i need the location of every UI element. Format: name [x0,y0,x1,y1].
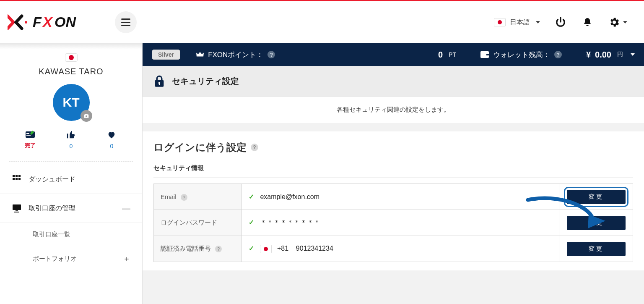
thumb-up-icon [66,130,75,139]
id-card-icon [25,130,35,139]
wallet-section: ウォレット残高： ? [480,50,562,60]
header: F X ON 日本語 [0,1,644,43]
svg-rect-14 [13,204,21,210]
change-password-button[interactable]: 変更 [567,216,626,230]
brand-logo[interactable]: F X ON [8,13,104,31]
help-icon[interactable]: ? [554,51,562,58]
svg-text:F: F [33,14,42,30]
help-icon[interactable]: ? [181,194,187,201]
plus-icon: ＋ [123,254,130,264]
wallet-label: ウォレット残高： [493,50,550,60]
wallet-icon [480,51,489,58]
language-label: 日本語 [510,18,530,27]
user-country-badge [65,53,78,62]
row-email: Email ? ✓ example@fxon.com 変更 [154,184,633,210]
help-icon[interactable]: ? [267,51,275,58]
favorites-stat[interactable]: 0 [91,130,132,149]
japan-flag-icon [260,245,272,253]
hamburger-icon [121,18,130,26]
points-value: 0 [438,50,443,60]
likes-count: 0 [70,143,73,149]
row-email-value: ✓ example@fxon.com [242,184,559,210]
check-icon: ✓ [249,193,254,200]
section-login-settings-title: ログインに伴う設定 [153,141,247,154]
collapse-icon: — [122,204,130,213]
help-icon[interactable]: ? [251,144,258,151]
row-phone-label: 認証済み電話番号 ? [154,236,242,262]
lock-icon [153,75,165,87]
monitor-icon [12,203,22,213]
row-phone: 認証済み電話番号 ? ✓ +81 9012341234 変 [154,236,633,262]
japan-flag-icon [494,18,506,26]
page-header: セキュリティ設定 [143,66,644,97]
bell-icon [582,17,592,28]
change-phone-button[interactable]: 変更 [567,242,626,256]
wallet-value: 0.00 [595,50,611,60]
nav-portfolio-label: ポートフォリオ [33,255,77,263]
svg-rect-13 [18,178,21,180]
row-phone-value: ✓ +81 9012341234 [242,236,559,262]
crown-icon [196,51,204,58]
points-section: FXONポイント： ? [196,50,275,60]
change-email-button[interactable]: 変更 [567,190,626,204]
svg-rect-12 [16,178,18,180]
svg-rect-11 [13,178,15,180]
check-icon: ✓ [249,219,254,226]
favorites-count: 0 [110,143,114,149]
user-name: KAWASE TARO [8,67,135,76]
svg-rect-7 [26,135,31,136]
power-button[interactable] [554,16,567,29]
nav-accounts[interactable]: 取引口座の管理 — [0,194,142,223]
sidebar: KAWASE TARO KT 完了 [0,43,143,304]
svg-rect-10 [18,175,21,177]
chevron-down-icon [631,53,635,56]
grid-icon [12,174,22,184]
avatar-initials: KT [63,95,80,110]
check-icon: ✓ [249,245,254,252]
tier-badge: Silver [152,50,180,60]
gear-icon [608,16,620,28]
svg-text:ON: ON [55,14,76,30]
nav-dashboard[interactable]: ダッシュボード [0,165,142,194]
security-info-table: Email ? ✓ example@fxon.com 変更 [153,183,633,262]
heart-icon [107,130,116,139]
infobar: Silver FXONポイント： ? 0 PT ウォレット残高： ? ¥ 0.0… [143,43,644,66]
row-password-label: ログインパスワード [154,210,242,236]
svg-point-0 [25,21,27,24]
row-password: ログインパスワード ✓ ＊＊＊＊＊＊＊＊＊ 変更 [154,210,633,236]
likes-stat[interactable]: 0 [51,130,91,149]
kyc-status-label: 完了 [25,142,36,149]
nav-accounts-label: 取引口座の管理 [29,204,75,213]
svg-rect-21 [159,84,160,85]
notifications-button[interactable] [581,16,594,29]
nav-portfolio[interactable]: ポートフォリオ ＋ [33,246,142,271]
svg-point-4 [86,115,87,117]
kyc-status[interactable]: 完了 [10,130,50,149]
help-icon[interactable]: ? [215,246,222,252]
svg-rect-8 [13,175,15,177]
svg-text:X: X [42,14,53,30]
row-email-label: Email ? [154,184,242,210]
nav-accounts-list-label: 取引口座一覧 [33,231,70,238]
settings-menu-button[interactable] [608,16,627,29]
security-info-subhead: セキュリティ情報 [143,157,644,177]
nav-accounts-list[interactable]: 取引口座一覧 [33,223,142,246]
chevron-down-icon [623,21,627,24]
power-icon [555,17,566,28]
svg-rect-15 [16,210,18,211]
camera-icon [83,113,90,119]
page-description: 各種セキュリティ関連の設定をします。 [143,97,644,123]
svg-rect-18 [486,54,489,55]
language-selector[interactable]: 日本語 [494,18,540,27]
wallet-amount[interactable]: ¥ 0.00 円 [586,50,635,60]
nav-dashboard-label: ダッシュボード [29,175,75,184]
wallet-unit: 円 [617,51,623,58]
page-title: セキュリティ設定 [172,76,239,87]
row-password-value: ✓ ＊＊＊＊＊＊＊＊＊ [242,210,559,236]
wallet-currency: ¥ [586,50,591,60]
main-content: Silver FXONポイント： ? 0 PT ウォレット残高： ? ¥ 0.0… [143,43,644,304]
hamburger-menu-button[interactable] [115,11,137,33]
points-label: FXONポイント： [208,50,263,60]
chevron-down-icon [536,21,540,24]
avatar-upload-button[interactable] [80,110,92,122]
